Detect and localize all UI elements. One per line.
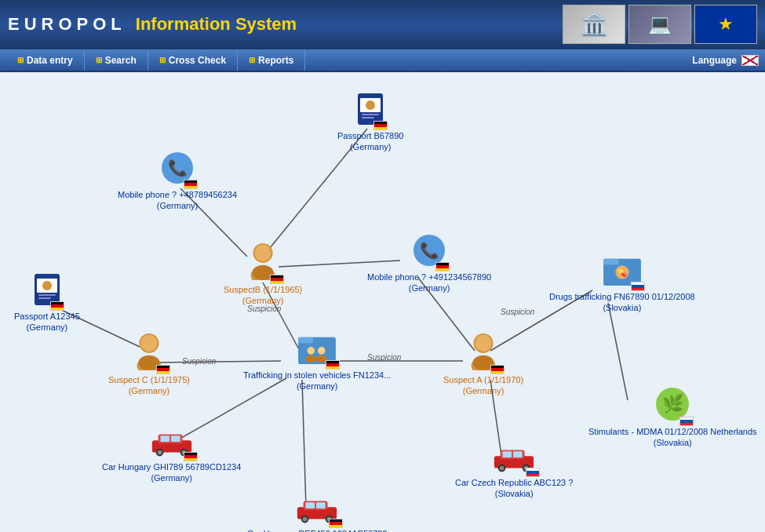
phone-de1-label: Mobile phone ? +48789456234(Germany): [118, 189, 237, 212]
stimulants-label: Stimulants - MDMA 01/12/2008 Netherlands…: [588, 426, 757, 449]
node-suspect-c[interactable]: Suspect C (1/1/1975)(Germany): [108, 331, 190, 397]
svg-text:📞: 📞: [420, 241, 439, 260]
car-cz-label: Car Czech Republic ABC123 ?(Slovakia): [455, 477, 573, 500]
svg-point-54: [157, 450, 162, 455]
nav-data-entry[interactable]: ⊞ Data entry: [6, 49, 85, 71]
svg-point-22: [255, 245, 271, 261]
svg-point-38: [306, 355, 316, 363]
suspect-b-label: SuspectB (1/1/1965)(Germany): [224, 284, 302, 307]
navbar: ⊞ Data entry ⊞ Search ⊞ Cross Check ⊞ Re…: [0, 49, 765, 72]
nav-cross-check[interactable]: ⊞ Cross Check: [148, 49, 238, 71]
nav-label-cross-check: Cross Check: [169, 55, 226, 66]
svg-point-43: [475, 335, 491, 352]
passport-a-label: Passport A12345(Germany): [14, 311, 80, 333]
svg-rect-57: [160, 435, 169, 442]
phone-de1-flag: [184, 180, 198, 189]
header: EUROPOL Information System 🏛️ 💻 ★: [0, 0, 765, 49]
svg-point-37: [308, 347, 315, 355]
passport-a-flag: [50, 301, 64, 311]
svg-rect-36: [298, 337, 313, 344]
node-car-cz[interactable]: Car Czech Republic ABC123 ?(Slovakia): [455, 445, 573, 500]
node-trafficking[interactable]: Trafficking in stolen vehicles FN1234...…: [243, 331, 391, 392]
europol-logo: EUROPOL: [8, 14, 126, 35]
nav-icon-data-entry: ⊞: [17, 56, 24, 64]
node-suspect-b[interactable]: SuspectB (1/1/1965)(Germany): [224, 241, 302, 307]
car-hu2-flag: [329, 519, 343, 528]
suspect-b-flag: [270, 275, 284, 284]
svg-text:💊: 💊: [617, 268, 627, 278]
phone-de2-label: Mobile phone ? +491234567890(Germany): [367, 271, 491, 294]
svg-point-15: [366, 100, 375, 110]
svg-rect-66: [316, 502, 326, 508]
svg-rect-16: [362, 114, 379, 115]
drugs-sk-flag: [631, 282, 645, 291]
stimulants-flag: [679, 417, 694, 426]
svg-rect-29: [38, 294, 56, 296]
nav-reports[interactable]: ⊞ Reports: [238, 49, 305, 71]
svg-point-39: [318, 347, 326, 355]
svg-rect-58: [171, 435, 180, 442]
svg-point-28: [42, 281, 52, 290]
passport-b-flag: [373, 121, 388, 130]
suspect-c-label: Suspect C (1/1/1975)(Germany): [108, 374, 190, 397]
suspect-c-flag: [156, 365, 170, 374]
suspicion-label-a-drugs: Suspicion: [501, 308, 534, 316]
node-stimulants[interactable]: 🌿 Stimulants - MDMA 01/12/2008 Netherlan…: [588, 386, 757, 449]
svg-text:📞: 📞: [168, 159, 188, 177]
svg-rect-73: [503, 451, 512, 457]
header-img-tech: 💻: [628, 5, 691, 44]
nav-label-search: Search: [105, 55, 137, 66]
svg-rect-30: [38, 297, 51, 299]
language-button[interactable]: Language: [692, 55, 759, 66]
trafficking-flag: [326, 360, 340, 370]
svg-rect-17: [362, 117, 374, 118]
car-hu2-label: Car Hungary DEF456 1234AB56789(Germany): [247, 528, 388, 532]
drugs-sk-label: Drugs trafficking FN67890 01/12/2008(Slo…: [549, 291, 695, 314]
node-car-hu1[interactable]: Car Hungary GHI789 56789CD1234(Germany): [102, 429, 241, 484]
svg-point-33: [140, 335, 157, 352]
car-cz-flag: [526, 468, 540, 477]
node-phone-de2[interactable]: 📞 Mobile phone ? +491234567890(Germany): [367, 233, 491, 294]
car-hu1-flag: [184, 452, 198, 461]
header-img-building: 🏛️: [563, 5, 625, 44]
language-label: Language: [692, 55, 737, 66]
svg-point-62: [303, 517, 308, 522]
header-images: 🏛️ 💻 ★: [563, 5, 757, 44]
svg-line-10: [302, 380, 306, 508]
svg-rect-65: [306, 502, 315, 508]
car-hu1-label: Car Hungary GHI789 56789CD1234(Germany): [102, 461, 241, 484]
svg-rect-46: [603, 259, 618, 265]
passport-b-label: Passport B67890(Germany): [337, 130, 403, 153]
suspect-a-label: Suspect A (1/1/1970)(Germany): [443, 374, 523, 397]
nav-label-reports: Reports: [258, 55, 293, 66]
trafficking-label: Trafficking in stolen vehicles FN1234...…: [243, 370, 391, 392]
graph-canvas: Suspicion Suspicion Suspicion Suspicion …: [0, 72, 765, 532]
suspect-a-flag: [490, 365, 505, 374]
svg-rect-74: [513, 451, 523, 457]
uk-flag-icon: [741, 55, 759, 66]
nav-icon-cross-check: ⊞: [159, 56, 166, 64]
node-passport-b[interactable]: Passport B67890(Germany): [337, 92, 403, 153]
node-drugs-sk[interactable]: 💊 Drugs trafficking FN67890 01/12/2008(S…: [549, 253, 695, 314]
node-car-hu2[interactable]: Car Hungary DEF456 1234AB56789(Germany): [247, 496, 388, 532]
phone-de2-flag: [435, 262, 450, 271]
nav-icon-reports: ⊞: [249, 56, 255, 64]
nav-label-data-entry: Data entry: [27, 55, 73, 66]
nav-icon-search: ⊞: [96, 56, 102, 64]
header-img-eu: ★: [694, 5, 757, 44]
node-passport-a[interactable]: Passport A12345(Germany): [14, 272, 80, 333]
node-phone-de1[interactable]: 📞 Mobile phone ? +48789456234(Germany): [118, 151, 237, 212]
node-suspect-a[interactable]: Suspect A (1/1/1970)(Germany): [443, 331, 523, 397]
nav-search[interactable]: ⊞ Search: [85, 49, 148, 71]
svg-text:🌿: 🌿: [662, 393, 684, 414]
svg-point-70: [500, 466, 505, 471]
app-title: Information System: [136, 14, 297, 35]
